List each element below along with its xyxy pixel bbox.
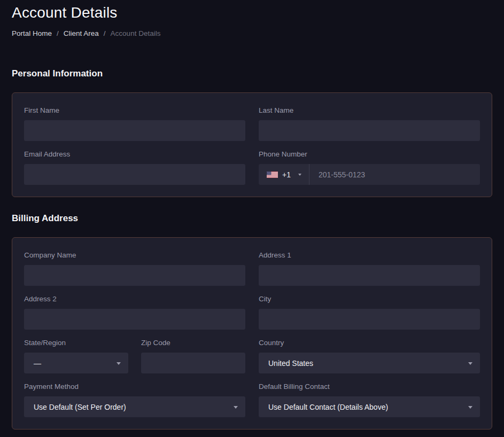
chevron-down-icon <box>468 362 472 365</box>
chevron-down-icon <box>117 362 121 365</box>
first-name-label: First Name <box>24 106 245 115</box>
address2-label: Address 2 <box>24 294 245 303</box>
payment-method-field: Payment Method Use Default (Set Per Orde… <box>24 382 245 417</box>
chevron-down-icon <box>468 406 472 409</box>
breadcrumb-current-page: Account Details <box>111 29 161 38</box>
company-name-label: Company Name <box>24 251 245 260</box>
personal-information-card: First Name Last Name Email Address Phone… <box>12 92 492 197</box>
country-label: Country <box>259 338 480 347</box>
billing-address-card: Company Name Address 1 Address 2 City St… <box>12 237 492 430</box>
phone-label: Phone Number <box>259 150 480 159</box>
breadcrumb-client-area[interactable]: Client Area <box>64 29 99 38</box>
us-flag-icon <box>267 171 278 178</box>
default-billing-contact-field: Default Billing Contact Use Default Cont… <box>259 382 480 417</box>
phone-input-group: +1 <box>259 164 480 185</box>
email-input[interactable] <box>24 164 245 185</box>
city-label: City <box>259 294 480 303</box>
state-region-label: State/Region <box>24 338 128 347</box>
chevron-down-icon <box>234 406 238 409</box>
personal-information-heading: Personal Information <box>12 68 492 79</box>
billing-address-heading: Billing Address <box>12 213 492 223</box>
state-region-selected-value: — <box>34 359 41 368</box>
state-region-select[interactable]: — <box>24 353 128 373</box>
breadcrumb: Portal Home / Client Area / Account Deta… <box>12 29 492 38</box>
first-name-input[interactable] <box>24 120 245 141</box>
default-billing-contact-selected-value: Use Default Contact (Details Above) <box>268 403 388 411</box>
zip-code-label: Zip Code <box>141 338 245 347</box>
payment-method-label: Payment Method <box>24 382 245 391</box>
country-selected-value: United States <box>268 359 313 368</box>
company-name-input[interactable] <box>24 265 245 286</box>
company-name-field: Company Name <box>24 251 245 286</box>
country-field: Country United States <box>259 338 480 373</box>
city-field: City <box>259 294 480 330</box>
email-label: Email Address <box>24 150 245 159</box>
phone-field: Phone Number <box>259 150 480 185</box>
page-title: Account Details <box>12 4 492 22</box>
last-name-field: Last Name <box>259 106 480 141</box>
chevron-down-icon <box>298 174 301 176</box>
phone-country-code-select[interactable]: +1 <box>259 164 309 185</box>
phone-dial-code: +1 <box>282 170 291 179</box>
address1-label: Address 1 <box>259 251 480 260</box>
email-field: Email Address <box>24 150 245 185</box>
address1-input[interactable] <box>259 265 480 286</box>
address2-field: Address 2 <box>24 294 245 330</box>
breadcrumb-separator: / <box>104 29 106 38</box>
state-zip-row: State/Region — Zip Code <box>24 338 245 373</box>
city-input[interactable] <box>259 309 480 330</box>
phone-number-input[interactable] <box>309 164 480 185</box>
payment-method-selected-value: Use Default (Set Per Order) <box>34 403 126 411</box>
default-billing-contact-label: Default Billing Contact <box>259 382 480 391</box>
state-region-field: State/Region — <box>24 338 128 373</box>
breadcrumb-separator: / <box>57 29 59 38</box>
first-name-field: First Name <box>24 106 245 141</box>
country-select[interactable]: United States <box>259 353 480 373</box>
payment-method-select[interactable]: Use Default (Set Per Order) <box>24 396 245 417</box>
last-name-input[interactable] <box>259 120 480 141</box>
address1-field: Address 1 <box>259 251 480 286</box>
last-name-label: Last Name <box>259 106 480 115</box>
address2-input[interactable] <box>24 309 245 330</box>
breadcrumb-portal-home[interactable]: Portal Home <box>12 29 52 38</box>
zip-code-field: Zip Code <box>141 338 245 373</box>
zip-code-input[interactable] <box>141 353 245 373</box>
default-billing-contact-select[interactable]: Use Default Contact (Details Above) <box>259 396 480 417</box>
account-details-page: Account Details Portal Home / Client Are… <box>0 0 504 430</box>
